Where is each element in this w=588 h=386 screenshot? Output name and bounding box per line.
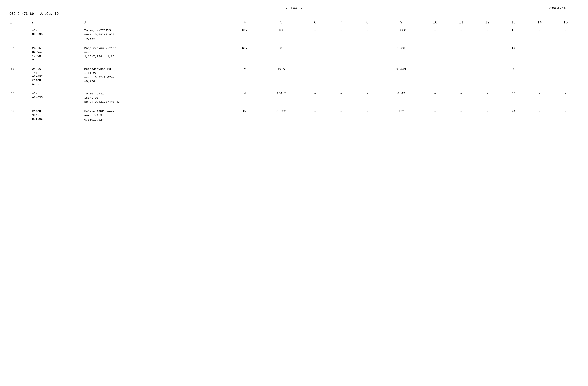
cell-1-11: – xyxy=(474,44,501,62)
cell-3-3: м xyxy=(229,89,260,105)
cell-2-6: – xyxy=(328,64,354,87)
col-header-7: 7 xyxy=(328,19,354,26)
cell-0-10: – xyxy=(448,26,474,42)
table-row: 38–"–пI-053То же, д-32I50хI,03цена: 0,4х… xyxy=(9,89,579,105)
cell-2-11: – xyxy=(474,64,501,87)
cell-4-1: ССРСЦчIрIр.II96 xyxy=(31,107,83,123)
cell-2-8: 0,226 xyxy=(380,64,422,87)
cell-3-13: – xyxy=(526,89,553,105)
spacer-row xyxy=(9,63,579,65)
cell-2-5: – xyxy=(302,64,328,87)
main-table: I 2 3 4 5 6 7 8 9 IO II I2 I3 I4 I5 35–"… xyxy=(9,19,579,123)
cell-2-12: 7 xyxy=(501,64,526,87)
col-header-1: I xyxy=(9,19,31,26)
cell-1-12: I4 xyxy=(501,44,526,62)
cell-4-9: – xyxy=(422,107,448,123)
table-header-row: I 2 3 4 5 6 7 8 9 IO II I2 I3 I4 I5 xyxy=(9,19,579,26)
cell-4-0: 39 xyxy=(9,107,31,123)
cell-1-6: – xyxy=(328,44,354,62)
cell-2-2: Металлорукав РЗ-Ц-–III-22цена: 0,2IхI,07… xyxy=(83,64,229,87)
cell-1-8: 2,85 xyxy=(380,44,422,62)
table-row: 3724-I6-–49пI-05IССРСЦо.ч.Металлорукав Р… xyxy=(9,64,579,87)
col-header-12: I2 xyxy=(474,19,501,26)
cell-2-13: – xyxy=(526,64,553,87)
cell-4-6: – xyxy=(328,107,354,123)
cell-2-4: 30,9 xyxy=(260,64,302,87)
cell-3-6: – xyxy=(328,89,354,105)
cell-3-12: 66 xyxy=(501,89,526,105)
cell-0-3: шт. xyxy=(229,26,260,42)
cell-1-5: – xyxy=(302,44,328,62)
cell-1-2: Ввод гибкий К-I087цена:2,65хI,074 = 2,85 xyxy=(83,44,229,62)
page-number: - I44 - xyxy=(285,6,303,10)
cell-1-10: – xyxy=(448,44,474,62)
cell-0-14: – xyxy=(553,26,579,42)
cell-0-9: – xyxy=(422,26,448,42)
col-header-4: 4 xyxy=(229,19,260,26)
cell-3-0: 38 xyxy=(9,89,31,105)
cell-4-8: I79 xyxy=(380,107,422,123)
cell-4-11: – xyxy=(474,107,501,123)
cell-0-2: То же, К-II6IУЗцена: 0,082хI,072==0,088 xyxy=(83,26,229,42)
col-header-5: 5 xyxy=(260,19,302,26)
cell-2-7: – xyxy=(354,64,380,87)
cell-0-4: I50 xyxy=(260,26,302,42)
cell-0-1: –"–пI-695 xyxy=(31,26,83,42)
cell-2-14: – xyxy=(553,64,579,87)
cell-3-7: – xyxy=(354,89,380,105)
album: Альбом IO xyxy=(40,12,59,16)
col-header-3: 3 xyxy=(83,19,229,26)
table-row: 39ССРСЦчIрIр.II96Кабель АВВГ сече-нием 2… xyxy=(9,107,579,123)
cell-4-12: 24 xyxy=(501,107,526,123)
col-header-2: 2 xyxy=(31,19,83,26)
cell-3-2: То же, д-32I50хI,03цена: 0,4хI,074=0,43 xyxy=(83,89,229,105)
cell-0-12: I3 xyxy=(501,26,526,42)
cell-1-7: – xyxy=(354,44,380,62)
cell-1-3: шт. xyxy=(229,44,260,62)
cell-3-9: – xyxy=(422,89,448,105)
cell-3-4: I54,5 xyxy=(260,89,302,105)
cell-3-1: –"–пI-053 xyxy=(31,89,83,105)
cell-0-0: 35 xyxy=(9,26,31,42)
col-header-13: I3 xyxy=(501,19,526,26)
cell-2-10: – xyxy=(448,64,474,87)
cell-0-13: – xyxy=(526,26,553,42)
spacer-row xyxy=(9,87,579,89)
cell-4-10: – xyxy=(448,107,474,123)
cell-0-7: – xyxy=(354,26,380,42)
cell-3-14: – xyxy=(553,89,579,105)
cell-4-7: – xyxy=(354,107,380,123)
cell-4-4: 0,I33 xyxy=(260,107,302,123)
doc-number: 23984-10 xyxy=(548,6,566,10)
col-header-8: 8 xyxy=(354,19,380,26)
cell-1-1: 24-05пI-OI7ССРСЦо.ч. xyxy=(31,44,83,62)
cell-4-2: Кабель АВВГ сече-нием 2х2,50,I30хI,02= xyxy=(83,107,229,123)
col-header-11: II xyxy=(448,19,474,26)
col-header-15: I5 xyxy=(553,19,579,26)
spacer-row xyxy=(9,42,579,44)
cell-1-0: 36 xyxy=(9,44,31,62)
cell-0-5: – xyxy=(302,26,328,42)
table-row: 3624-05пI-OI7ССРСЦо.ч.Ввод гибкий К-I087… xyxy=(9,44,579,62)
table-row: 35–"–пI-695То же, К-II6IУЗцена: 0,082хI,… xyxy=(9,26,579,42)
col-header-10: IO xyxy=(422,19,448,26)
cell-3-8: 0,43 xyxy=(380,89,422,105)
cell-3-11: – xyxy=(474,89,501,105)
cell-0-11: – xyxy=(474,26,501,42)
page-header: - I44 - 23984-10 xyxy=(9,6,579,10)
cell-2-3: м xyxy=(229,64,260,87)
cell-2-1: 24-I6-–49пI-05IССРСЦо.ч. xyxy=(31,64,83,87)
cell-1-4: 5 xyxy=(260,44,302,62)
cell-1-9: – xyxy=(422,44,448,62)
cell-4-13: – xyxy=(526,107,553,123)
cell-0-8: 0,088 xyxy=(380,26,422,42)
cell-4-3: км xyxy=(229,107,260,123)
cell-2-0: 37 xyxy=(9,64,31,87)
cell-3-10: – xyxy=(448,89,474,105)
spacer-row xyxy=(9,105,579,107)
cell-2-9: – xyxy=(422,64,448,87)
cell-4-5: – xyxy=(302,107,328,123)
col-header-14: I4 xyxy=(526,19,553,26)
cell-1-13: – xyxy=(526,44,553,62)
cell-3-5: – xyxy=(302,89,328,105)
